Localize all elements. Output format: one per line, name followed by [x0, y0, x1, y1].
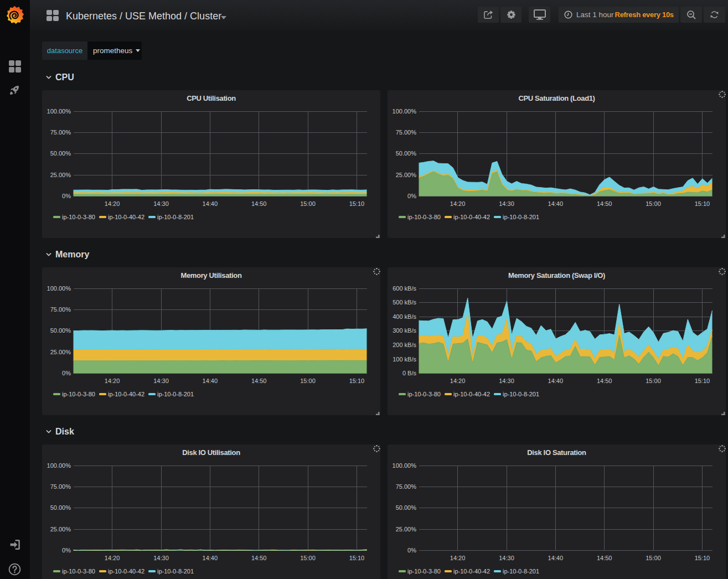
svg-text:15:00: 15:00 — [646, 200, 661, 207]
svg-text:50.00%: 50.00% — [50, 504, 71, 511]
svg-text:15:00: 15:00 — [300, 555, 316, 561]
svg-text:14:20: 14:20 — [105, 378, 120, 384]
svg-text:14:30: 14:30 — [499, 200, 514, 207]
svg-text:ip-10-0-40-42: ip-10-0-40-42 — [453, 568, 490, 575]
svg-text:14:30: 14:30 — [153, 378, 169, 384]
svg-text:15:00: 15:00 — [300, 200, 316, 207]
svg-text:ip-10-0-3-80: ip-10-0-3-80 — [407, 568, 441, 575]
svg-text:400 kB/s: 400 kB/s — [393, 313, 416, 320]
svg-text:ip-10-0-40-42: ip-10-0-40-42 — [108, 391, 144, 397]
svg-text:200 kB/s: 200 kB/s — [393, 342, 416, 348]
svg-text:14:20: 14:20 — [450, 378, 466, 384]
svg-text:0%: 0% — [407, 547, 416, 554]
svg-text:14:50: 14:50 — [597, 200, 612, 207]
svg-text:25.00%: 25.00% — [50, 526, 71, 533]
svg-text:14:50: 14:50 — [251, 200, 267, 207]
svg-text:75.00%: 75.00% — [396, 483, 417, 490]
svg-text:50.00%: 50.00% — [396, 504, 417, 511]
svg-text:14:50: 14:50 — [251, 378, 267, 384]
svg-text:14:40: 14:40 — [203, 555, 218, 561]
svg-text:500 kB/s: 500 kB/s — [393, 299, 416, 306]
svg-text:14:20: 14:20 — [105, 200, 120, 207]
svg-text:25.00%: 25.00% — [396, 526, 417, 533]
svg-text:14:30: 14:30 — [153, 555, 169, 561]
svg-text:ip-10-0-8-201: ip-10-0-8-201 — [503, 214, 539, 220]
svg-text:100.00%: 100.00% — [47, 285, 71, 292]
svg-text:ip-10-0-8-201: ip-10-0-8-201 — [503, 391, 539, 397]
svg-text:15:10: 15:10 — [349, 378, 365, 384]
svg-text:25.00%: 25.00% — [50, 172, 71, 178]
svg-text:14:20: 14:20 — [105, 555, 120, 561]
svg-text:14:20: 14:20 — [450, 200, 466, 207]
svg-text:15:10: 15:10 — [695, 555, 710, 561]
svg-text:ip-10-0-8-201: ip-10-0-8-201 — [503, 568, 539, 575]
svg-text:14:40: 14:40 — [203, 378, 218, 384]
svg-text:15:10: 15:10 — [349, 555, 365, 561]
svg-text:ip-10-0-8-201: ip-10-0-8-201 — [157, 391, 194, 397]
svg-text:14:40: 14:40 — [203, 200, 218, 207]
svg-text:14:40: 14:40 — [548, 555, 564, 561]
svg-text:25.00%: 25.00% — [50, 349, 71, 355]
svg-text:14:20: 14:20 — [450, 555, 466, 561]
svg-text:100.00%: 100.00% — [47, 462, 71, 469]
svg-text:ip-10-0-3-80: ip-10-0-3-80 — [407, 214, 441, 220]
svg-text:ip-10-0-3-80: ip-10-0-3-80 — [62, 391, 95, 397]
svg-text:15:10: 15:10 — [695, 378, 710, 384]
svg-text:15:00: 15:00 — [300, 378, 316, 384]
svg-text:14:50: 14:50 — [597, 378, 612, 384]
svg-text:0%: 0% — [407, 193, 416, 199]
svg-text:75.00%: 75.00% — [50, 129, 71, 136]
svg-text:0%: 0% — [62, 370, 71, 376]
svg-text:100.00%: 100.00% — [393, 108, 417, 115]
svg-text:0%: 0% — [62, 193, 71, 199]
svg-text:50.00%: 50.00% — [50, 327, 71, 334]
svg-text:14:50: 14:50 — [597, 555, 612, 561]
svg-text:ip-10-0-40-42: ip-10-0-40-42 — [453, 391, 490, 397]
svg-text:ip-10-0-40-42: ip-10-0-40-42 — [108, 568, 144, 575]
svg-text:15:00: 15:00 — [646, 378, 661, 384]
svg-text:ip-10-0-3-80: ip-10-0-3-80 — [62, 568, 95, 575]
svg-text:ip-10-0-40-42: ip-10-0-40-42 — [108, 214, 144, 220]
svg-text:300 kB/s: 300 kB/s — [393, 327, 416, 334]
svg-text:600 kB/s: 600 kB/s — [393, 285, 416, 292]
svg-text:14:30: 14:30 — [499, 378, 514, 384]
svg-text:14:30: 14:30 — [499, 555, 514, 561]
svg-text:75.00%: 75.00% — [50, 483, 71, 490]
svg-text:75.00%: 75.00% — [50, 306, 71, 313]
svg-text:14:50: 14:50 — [251, 555, 267, 561]
svg-text:50.00%: 50.00% — [396, 150, 417, 157]
svg-text:25.00%: 25.00% — [396, 172, 417, 178]
svg-text:ip-10-0-8-201: ip-10-0-8-201 — [157, 214, 194, 220]
svg-text:100.00%: 100.00% — [47, 108, 71, 115]
svg-text:14:40: 14:40 — [548, 200, 564, 207]
svg-text:50.00%: 50.00% — [50, 150, 71, 157]
svg-text:0 B/s: 0 B/s — [402, 370, 417, 376]
svg-text:100 kB/s: 100 kB/s — [393, 356, 416, 363]
svg-text:15:10: 15:10 — [349, 200, 365, 207]
svg-text:ip-10-0-40-42: ip-10-0-40-42 — [453, 214, 490, 220]
svg-text:ip-10-0-3-80: ip-10-0-3-80 — [407, 391, 441, 397]
svg-text:75.00%: 75.00% — [396, 129, 417, 136]
svg-text:15:10: 15:10 — [695, 200, 710, 207]
svg-text:ip-10-0-8-201: ip-10-0-8-201 — [157, 568, 194, 575]
svg-text:100.00%: 100.00% — [393, 462, 417, 469]
svg-text:14:30: 14:30 — [153, 200, 169, 207]
svg-text:14:40: 14:40 — [548, 378, 564, 384]
svg-text:15:00: 15:00 — [646, 555, 661, 561]
svg-text:0%: 0% — [62, 547, 71, 554]
svg-text:ip-10-0-3-80: ip-10-0-3-80 — [62, 214, 95, 220]
